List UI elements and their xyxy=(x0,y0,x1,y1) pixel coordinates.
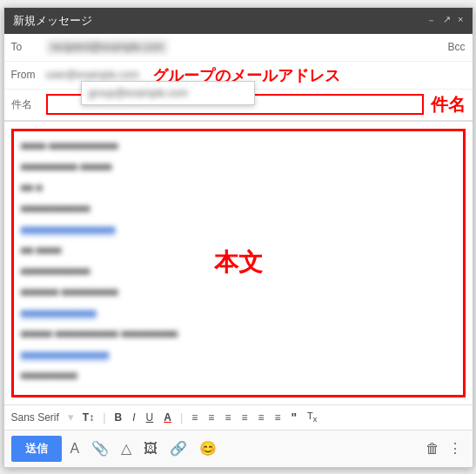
header-fields: To recipient@example.com Bcc From user@e… xyxy=(4,34,473,122)
body-annotation: 本文 xyxy=(214,246,263,279)
format-options-icon[interactable]: A xyxy=(67,439,84,458)
window-title: 新規メッセージ xyxy=(13,13,92,29)
to-chip: recipient@example.com xyxy=(46,39,169,55)
body-line-12: ■■■■■■■■■ xyxy=(21,368,456,384)
bottom-toolbar: 送信 A 📎 △ 🖼 🔗 😊 🗑 ⋮ xyxy=(4,430,473,467)
subject-annotation: 件名 xyxy=(431,93,466,117)
list-number-button[interactable]: ≡ xyxy=(238,410,251,425)
title-bar: 新規メッセージ － ↗ × xyxy=(4,8,473,34)
compose-main: To recipient@example.com Bcc From user@e… xyxy=(4,34,473,467)
font-select[interactable]: Sans Serif xyxy=(11,411,59,424)
insert-link-icon[interactable]: 🔗 xyxy=(166,438,191,458)
insert-emoji-icon[interactable]: 😊 xyxy=(196,438,220,458)
bcc-link[interactable]: Bcc xyxy=(447,41,465,53)
from-row: From user@example.com group@example.com … xyxy=(4,62,473,90)
body-line-4: ■■■■■■■■■■■ xyxy=(21,201,456,217)
toolbar-sep-1: ▾ xyxy=(68,411,74,424)
insert-photo-icon[interactable]: 🖼 xyxy=(140,439,161,458)
attach-file-icon[interactable]: 📎 xyxy=(88,438,112,458)
compose-window: 新規メッセージ － ↗ × To recipient@example.com B… xyxy=(3,7,473,468)
body-line-9: ■■■■■■■■■■■■ xyxy=(21,305,456,321)
subject-label: 件名 xyxy=(11,97,46,112)
toolbar-sep-2: | xyxy=(103,411,105,424)
font-size-button[interactable]: T↕ xyxy=(79,410,97,425)
from-label: From xyxy=(11,69,46,81)
align-justify-button[interactable]: ≡ xyxy=(204,410,218,425)
expand-button[interactable]: ↗ xyxy=(443,14,451,27)
list-bullet-button[interactable]: ≡ xyxy=(221,410,234,425)
italic-button[interactable]: I xyxy=(129,410,138,425)
more-options-icon[interactable]: ⋮ xyxy=(445,438,466,458)
clear-format-button[interactable]: Tx xyxy=(304,409,320,425)
to-row: To recipient@example.com Bcc xyxy=(4,34,473,62)
close-button[interactable]: × xyxy=(458,14,463,27)
to-input-area[interactable]: recipient@example.com xyxy=(46,39,445,55)
minimize-button[interactable]: － xyxy=(426,14,436,27)
body-area[interactable]: ■■■■ ■■■■■■■■■■■ ■■■■■■■■■ ■■■■■ ■■ ■ ■■… xyxy=(11,129,466,397)
body-line-8: ■■■■■■ ■■■■■■■■■ xyxy=(21,284,456,300)
from-dropdown[interactable]: group@example.com xyxy=(81,81,255,105)
quote-button[interactable]: " xyxy=(287,409,300,426)
from-email-option[interactable]: group@example.com xyxy=(82,85,254,101)
body-line-11: ■■■■■■■■■■■■■■ xyxy=(21,347,456,363)
body-line-10: ■■■■■ ■■■■■■■■■■ ■■■■■■■■■ xyxy=(21,326,456,342)
to-input[interactable] xyxy=(171,41,444,54)
body-line-1: ■■■■ ■■■■■■■■■■■ xyxy=(21,138,456,154)
delete-button[interactable]: 🗑 xyxy=(426,441,439,457)
font-color-button[interactable]: A xyxy=(160,410,175,425)
indent-more-button[interactable]: ≡ xyxy=(271,410,284,425)
align-left-button[interactable]: ≡ xyxy=(188,410,201,425)
format-toolbar: Sans Serif ▾ T↕ | B I U A | ≡ ≡ ≡ ≡ ≡ ≡ … xyxy=(4,404,473,430)
indent-less-button[interactable]: ≡ xyxy=(254,410,267,425)
title-bar-controls: － ↗ × xyxy=(426,14,463,27)
drive-attach-icon[interactable]: △ xyxy=(117,438,135,458)
toolbar-sep-3: | xyxy=(180,411,183,424)
underline-button[interactable]: U xyxy=(143,410,158,425)
body-line-3: ■■ ■ xyxy=(21,180,456,196)
body-line-5: ■■■■■■■■■■■■■■■ xyxy=(21,222,456,237)
send-button[interactable]: 送信 xyxy=(11,436,62,462)
from-value: user@example.com xyxy=(46,69,139,81)
body-line-2: ■■■■■■■■■ ■■■■■ xyxy=(21,159,456,175)
to-label: To xyxy=(11,41,46,53)
bold-button[interactable]: B xyxy=(111,410,126,425)
